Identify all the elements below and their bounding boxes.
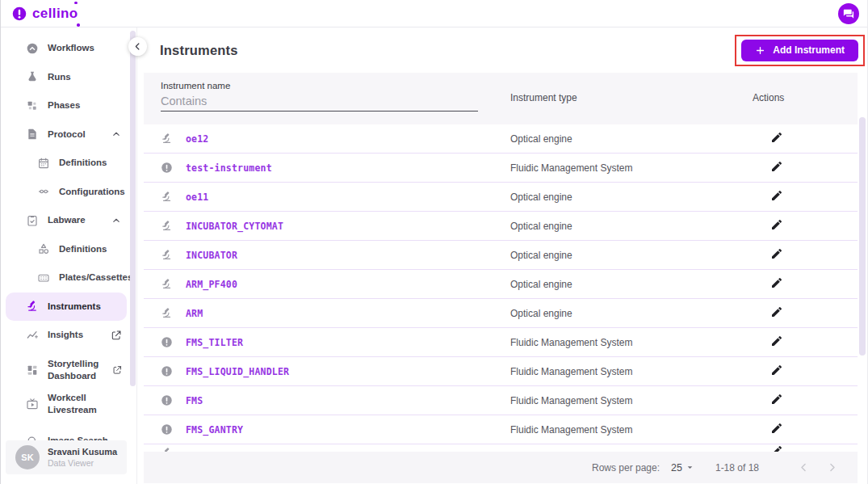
- tune-icon: [37, 185, 50, 198]
- chevron-up-icon[interactable]: [111, 215, 122, 226]
- next-page-button[interactable]: [826, 461, 838, 473]
- instrument-name-link[interactable]: FMS_TILTER: [186, 337, 243, 348]
- instrument-generic-icon: [161, 162, 173, 174]
- instruments-table: Instrument name Instrument type Actions …: [144, 73, 858, 452]
- pagination-bar: Rows per page: 25 1-18 of 18: [144, 452, 858, 483]
- instrument-name-link[interactable]: INCUBATOR: [186, 250, 237, 261]
- sidebar-item-phases[interactable]: Phases: [1, 91, 130, 120]
- edit-instrument-button[interactable]: [770, 189, 783, 202]
- plus-icon: [755, 45, 765, 56]
- previous-page-button[interactable]: [798, 461, 810, 473]
- instrument-name-link[interactable]: ARM_PF400: [186, 279, 237, 290]
- instrument-type: Optical engine: [510, 221, 753, 232]
- edit-instrument-button[interactable]: [770, 364, 783, 377]
- instrument-name-cell: [144, 447, 510, 452]
- user-role: Data Viewer: [48, 458, 117, 468]
- sidebar-item-insights[interactable]: Insights: [1, 321, 130, 350]
- sidebar-item-plates-cassettes[interactable]: Plates/Cassettes: [1, 263, 130, 293]
- sidebar-item-instruments[interactable]: Instruments: [6, 293, 127, 322]
- microscope-icon: [161, 278, 173, 290]
- edit-instrument-button[interactable]: [770, 218, 783, 231]
- add-instrument-button[interactable]: Add Instrument: [741, 40, 858, 61]
- sidebar-item-labware[interactable]: Labware: [1, 206, 130, 235]
- chevron-up-icon[interactable]: [111, 128, 122, 140]
- microscope-icon: [161, 133, 173, 145]
- flask-icon: [26, 70, 39, 83]
- add-instrument-label: Add Instrument: [773, 44, 845, 56]
- instrument-name-link[interactable]: test-instrument: [186, 162, 272, 174]
- actions-cell: [753, 305, 858, 322]
- sidebar-item-workcell-livestream[interactable]: Workcell Livestream: [1, 390, 130, 419]
- sidebar-scrollbar-track: [130, 27, 136, 484]
- table-row: ARM_PF400Optical engine: [144, 270, 858, 299]
- sidebar-item-label: Runs: [48, 71, 71, 83]
- actions-cell: [753, 276, 858, 293]
- page-title: Instruments: [160, 43, 238, 58]
- chevron-right-icon: [826, 461, 838, 473]
- edit-instrument-button[interactable]: [770, 160, 783, 173]
- table-row: oe11Optical engine: [144, 183, 858, 212]
- edit-instrument-button[interactable]: [770, 305, 783, 318]
- sidebar-item-protocol[interactable]: Protocol: [1, 120, 130, 149]
- column-header-instrument-type: Instrument type: [510, 73, 753, 124]
- sidebar-item-label: Insights: [48, 329, 83, 341]
- instrument-name-cell: FMS: [144, 394, 510, 406]
- edit-instrument-button[interactable]: [770, 444, 783, 452]
- sidebar-item-label: Storytelling Dashboard: [48, 358, 103, 382]
- sidebar-item-storytelling-dashboard[interactable]: Storytelling Dashboard: [1, 350, 130, 390]
- sidebar-item-protocol-definitions[interactable]: Definitions: [1, 149, 130, 178]
- sidebar-item-label: Phases: [48, 99, 80, 112]
- instrument-name-link[interactable]: oe12: [186, 133, 209, 145]
- edit-instrument-button[interactable]: [770, 335, 783, 347]
- instrument-type: Optical engine: [510, 133, 753, 145]
- sidebar-item-label: Protocol: [48, 128, 86, 141]
- instrument-name-link[interactable]: FMS_LIQUID_HANDLER: [186, 366, 289, 377]
- user-card[interactable]: SK Sravani Kusuma Data Viewer: [6, 440, 127, 474]
- sidebar-item-configurations[interactable]: Configurations: [1, 178, 130, 207]
- name-filter-input[interactable]: [161, 93, 478, 112]
- rows-per-page-label: Rows per page:: [592, 462, 660, 473]
- table-row: FMS_TILTERFluidic Management System: [144, 328, 858, 357]
- actions-cell: [753, 393, 858, 409]
- instrument-name-link[interactable]: oe11: [186, 191, 209, 203]
- brand-logo: cellino: [12, 6, 78, 22]
- column-header-actions: Actions: [753, 73, 858, 124]
- sidebar-item-runs[interactable]: Runs: [1, 63, 130, 92]
- chat-button[interactable]: [838, 3, 859, 24]
- edit-instrument-button[interactable]: [770, 422, 783, 435]
- instrument-type: Optical engine: [510, 308, 753, 319]
- sidebar-item-label: Definitions: [59, 157, 107, 169]
- actions-cell: [753, 131, 858, 147]
- instrument-name-cell: ARM: [144, 307, 510, 319]
- sidebar-item-workflows[interactable]: Workflows: [1, 34, 130, 63]
- microscope-icon: [26, 300, 39, 313]
- shapes-icon: [37, 242, 50, 255]
- instrument-generic-icon: [161, 394, 173, 406]
- instrument-name-link[interactable]: FMS_GANTRY: [186, 424, 243, 436]
- instrument-name-cell: FMS_GANTRY: [144, 423, 510, 436]
- edit-instrument-button[interactable]: [770, 276, 783, 289]
- instrument-name-link[interactable]: INCUBATOR_CYTOMAT: [186, 221, 283, 232]
- sidebar-collapse-button[interactable]: [128, 37, 147, 56]
- sidebar-item-labware-definitions[interactable]: Definitions: [1, 235, 130, 264]
- edit-instrument-button[interactable]: [770, 247, 783, 260]
- pagination-range: 1-18 of 18: [715, 462, 759, 473]
- instrument-name-link[interactable]: FMS: [186, 395, 203, 406]
- microscope-icon: [161, 447, 173, 452]
- instrument-generic-icon: [161, 365, 173, 377]
- table-row: FMS_LIQUID_HANDLERFluidic Management Sys…: [144, 357, 858, 386]
- instrument-name-cell: oe12: [144, 133, 510, 145]
- calendar-icon: [37, 157, 50, 170]
- instrument-name-link[interactable]: ARM: [186, 308, 203, 319]
- rows-per-page-select[interactable]: 25: [671, 461, 696, 473]
- page-header: Instruments Add Instrument: [137, 27, 867, 73]
- table-scrollbar-thumb[interactable]: [859, 117, 866, 356]
- microscope-icon: [161, 191, 173, 203]
- live-tv-icon: [26, 398, 39, 410]
- table-row: FMSFluidic Management System: [144, 386, 858, 415]
- table-row: INCUBATOR_CYTOMATOptical engine: [144, 212, 858, 241]
- edit-instrument-button[interactable]: [770, 131, 783, 144]
- actions-cell: [753, 160, 858, 176]
- sidebar-scrollbar-thumb[interactable]: [130, 31, 136, 386]
- edit-instrument-button[interactable]: [770, 393, 783, 406]
